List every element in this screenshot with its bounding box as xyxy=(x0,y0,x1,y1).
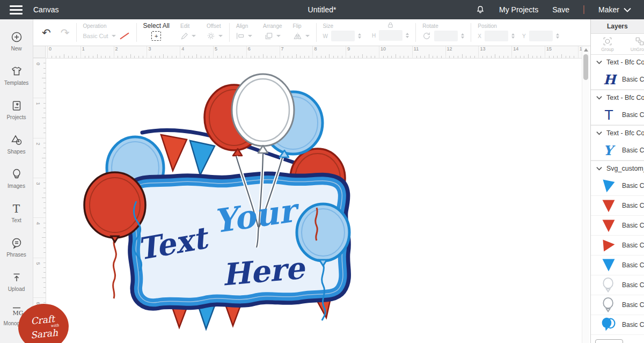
layer-group-header[interactable]: Svg_custom_ xyxy=(591,161,644,176)
triangle-red-down-2-thumbnail xyxy=(599,217,618,234)
layers-panel-header: Layers xyxy=(591,19,644,34)
position-label: Position xyxy=(478,23,497,30)
sidebar-item-images[interactable]: Images xyxy=(0,161,33,195)
layer-item[interactable]: T Basic Cut xyxy=(591,105,644,125)
svg-text:Y: Y xyxy=(603,143,616,158)
layer-group-name: Text - Bfc Cotton xyxy=(606,59,644,66)
align-menu-button[interactable]: Align xyxy=(231,19,258,46)
redo-button[interactable]: ↷ xyxy=(61,27,70,38)
canvas-area[interactable]: 0 1 2 3 4 5 6 7 8 9 10 11 12 13 14 15 16… xyxy=(33,46,590,343)
height-input[interactable] xyxy=(379,30,402,41)
layers-list: Text - Bfc Cotton H Basic Cut Text - Bfc… xyxy=(591,55,644,343)
layer-item-label: Basic Cut xyxy=(622,202,644,209)
bell-icon[interactable] xyxy=(475,5,485,14)
sidebar-item-new[interactable]: New xyxy=(0,24,33,58)
sidebar-item-label: New xyxy=(11,46,21,52)
layer-group-header[interactable]: Text - Bfc Cotton xyxy=(591,126,644,141)
topbar-divider xyxy=(583,5,584,14)
position-y-input[interactable] xyxy=(529,31,553,41)
position-y-stepper[interactable] xyxy=(556,33,559,39)
layer-item[interactable]: Basic Cut xyxy=(591,236,644,256)
sidebar-item-phrases[interactable]: Phrases xyxy=(0,230,33,264)
hamburger-menu-icon[interactable] xyxy=(10,5,23,14)
scroll-up-icon[interactable] xyxy=(584,48,588,52)
undo-button[interactable]: ↶ xyxy=(42,27,51,38)
layer-item-label: Basic Cut xyxy=(622,182,644,189)
images-icon xyxy=(10,168,23,181)
select-all-icon: + xyxy=(151,31,161,41)
align-icon xyxy=(236,32,245,40)
rotate-stepper[interactable] xyxy=(461,33,464,39)
sidebar-item-text[interactable]: T Text xyxy=(0,195,33,230)
group-button[interactable]: Group xyxy=(595,37,620,52)
rotate-icon[interactable] xyxy=(422,32,431,40)
sidebar-item-label: Shapes xyxy=(8,149,26,155)
sidebar-item-projects[interactable]: Projects xyxy=(0,92,33,127)
layer-item[interactable]: Basic Cut xyxy=(591,275,644,295)
canvas-scrollbar[interactable] xyxy=(582,46,589,343)
flip-icon xyxy=(293,32,302,40)
letter-y-thumbnail: Y xyxy=(599,142,618,159)
sidebar-item-templates[interactable]: Templates xyxy=(0,58,33,92)
upload-icon xyxy=(10,271,23,284)
width-stepper[interactable] xyxy=(358,33,361,39)
design-artwork[interactable]: Your Text Here xyxy=(33,46,582,343)
lock-icon[interactable] xyxy=(387,21,394,28)
arrange-menu-button[interactable]: Arrange xyxy=(258,19,288,46)
layer-item-label: Basic Cut xyxy=(622,76,644,83)
layer-item[interactable]: Basic Cut xyxy=(591,256,644,275)
flip-menu-button[interactable]: Flip xyxy=(288,19,315,46)
layer-item[interactable]: Basic Cut xyxy=(591,196,644,216)
save-button[interactable]: Save xyxy=(552,5,569,14)
layer-item[interactable]: Basic Cut xyxy=(591,176,644,196)
operation-color-swatch[interactable] xyxy=(120,32,129,39)
scrollbar-thumb[interactable] xyxy=(583,54,588,80)
text-icon: T xyxy=(10,202,23,215)
balloon-cluster-top[interactable] xyxy=(204,74,323,157)
group-icon xyxy=(603,37,612,46)
offset-menu-button[interactable]: Offset xyxy=(201,19,228,46)
layer-item-label: Basic Cut xyxy=(622,281,644,289)
rotate-input[interactable] xyxy=(434,31,458,41)
position-x-input[interactable] xyxy=(485,31,508,41)
chevron-down-icon[interactable] xyxy=(596,131,602,135)
layer-group-header[interactable]: Text - Bfc Cotton xyxy=(591,90,644,105)
ungroup-button[interactable]: UnGroup xyxy=(627,37,644,52)
machine-selector[interactable]: Maker xyxy=(598,5,631,14)
left-sidebar: New Templates Projects Shapes ImagesT Te… xyxy=(0,19,33,343)
chevron-down-icon[interactable] xyxy=(596,60,602,64)
sidebar-item-shapes[interactable]: Shapes xyxy=(0,127,33,161)
chevron-down-icon[interactable] xyxy=(596,166,602,171)
svg-text:H: H xyxy=(603,72,617,87)
layer-group-header[interactable]: Text - Bfc Cotton xyxy=(591,55,644,70)
layer-item[interactable]: Basic Cut xyxy=(591,295,644,315)
svg-text:T: T xyxy=(604,107,613,123)
triangle-blue-left-thumbnail xyxy=(599,177,618,194)
width-input[interactable] xyxy=(331,31,355,41)
layer-item-label: Basic Cut xyxy=(622,261,644,269)
layers-panel-buttons: Group UnGroup xyxy=(591,34,644,55)
craft-with-sarah-logo: Craft with Sarah xyxy=(18,304,69,343)
select-all-button[interactable]: Select All + xyxy=(138,19,175,46)
sidebar-item-label: Phrases xyxy=(6,252,26,258)
layer-item-label: Basic Cut xyxy=(622,301,644,309)
layer-item[interactable]: Y Basic Cut xyxy=(591,141,644,160)
operation-dropdown[interactable]: Basic Cut xyxy=(83,30,130,42)
layer-item[interactable]: H Basic Cut xyxy=(591,70,644,90)
layer-item[interactable]: Basic Cut xyxy=(591,216,644,236)
chevron-down-icon xyxy=(624,8,631,12)
edit-menu-button[interactable]: Edit xyxy=(175,19,201,46)
offset-icon xyxy=(207,32,215,40)
blank-canvas-item[interactable]: Blank Canvas xyxy=(591,337,644,343)
phrases-icon xyxy=(10,237,23,250)
layer-item[interactable]: Basic Cut xyxy=(591,315,644,335)
top-bar: Canvas Untitled* My Projects Save Maker xyxy=(0,0,644,19)
chevron-down-icon[interactable] xyxy=(596,96,602,100)
position-x-stepper[interactable] xyxy=(511,33,515,39)
edit-toolbar: ↶ ↷ Operation Basic Cut Select All + Edi… xyxy=(33,19,590,46)
height-stepper[interactable] xyxy=(406,33,409,38)
sidebar-item-label: Upload xyxy=(8,286,25,292)
sidebar-item-upload[interactable]: Upload xyxy=(0,264,33,298)
my-projects-link[interactable]: My Projects xyxy=(499,5,538,14)
balloon-white-thumbnail xyxy=(599,296,618,313)
